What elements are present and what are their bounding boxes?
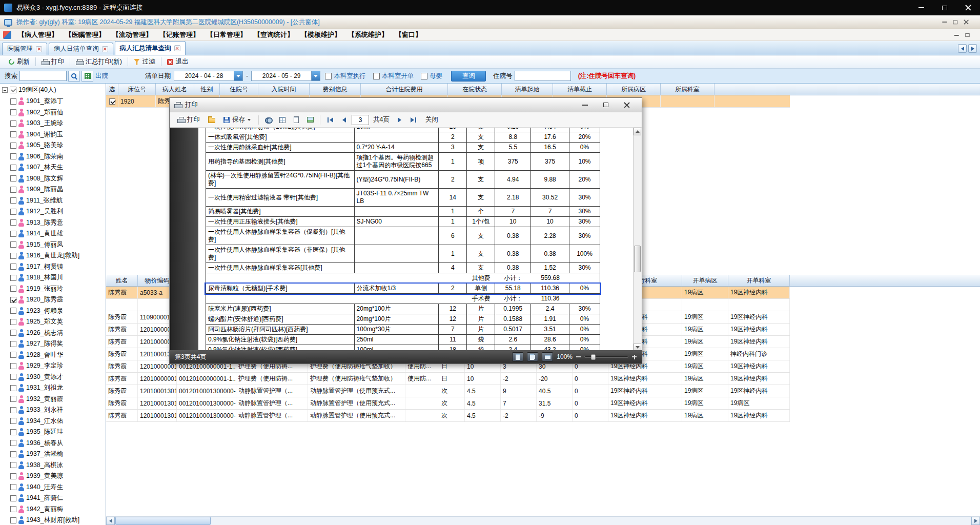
dialog-print-button[interactable]: 打印	[173, 114, 204, 126]
patient-checkbox[interactable]	[10, 418, 16, 424]
scrollbar-thumb[interactable]	[634, 246, 641, 272]
find-button[interactable]	[262, 114, 275, 126]
scroll-left-button[interactable]	[106, 517, 115, 525]
patient-checkbox[interactable]	[10, 275, 16, 281]
menu-item[interactable]: 【记账管理】	[156, 30, 203, 39]
tab-scroll-right-button[interactable]	[968, 44, 977, 53]
patient-checkbox[interactable]	[10, 363, 16, 369]
menu-item[interactable]: 【模板维护】	[297, 30, 344, 39]
thumbnails-button[interactable]	[276, 114, 289, 126]
patient-checkbox[interactable]	[10, 109, 16, 115]
tree-item[interactable]: 1928_曾叶华	[0, 350, 106, 361]
tree-item[interactable]: 1931_刘祖龙	[0, 382, 106, 394]
tree-item[interactable]: 1926_杨志清	[0, 328, 106, 339]
menu-item[interactable]: 【查询统计】	[250, 30, 297, 39]
tree-item[interactable]: 1927_陈得奖	[0, 338, 106, 350]
tree-item[interactable]: 1914_黄世雄	[0, 228, 106, 239]
save-button[interactable]: 保存	[219, 114, 255, 126]
tree-item[interactable]: 1934_江水佑	[0, 416, 106, 427]
patient-checkbox[interactable]	[10, 143, 16, 149]
detail-row[interactable]: 陈秀霞120100013010012010001300000-1...动静脉置管…	[106, 410, 790, 422]
tree-item[interactable]: 1912_吴胜利	[0, 206, 106, 217]
zoom-slider-thumb[interactable]	[591, 354, 596, 360]
restore-icon[interactable]	[966, 33, 970, 36]
scroll-right-button[interactable]	[971, 517, 980, 525]
tree-item[interactable]: 1918_林国川	[0, 272, 106, 284]
tree-item[interactable]: 1905_骆美珍	[0, 140, 106, 151]
open-file-button[interactable]	[206, 114, 218, 126]
tree-item[interactable]: 1915_傅丽凤	[0, 239, 106, 251]
query-button[interactable]: 查询	[451, 71, 486, 82]
patient-checkbox[interactable]	[10, 330, 16, 336]
row-checkbox[interactable]	[109, 98, 115, 105]
tree-item[interactable]: 1938_高棋泳	[0, 460, 106, 471]
search-button[interactable]	[68, 71, 80, 82]
patient-checkbox[interactable]	[10, 429, 16, 435]
patient-checkbox[interactable]	[10, 286, 16, 292]
action-button-2[interactable]: 打印	[37, 56, 69, 67]
action-button-4[interactable]: 过滤	[129, 56, 160, 67]
checkbox-mother-baby[interactable]: 母婴	[421, 72, 442, 80]
patient-checkbox[interactable]	[10, 175, 16, 181]
dropdown-button[interactable]	[234, 71, 242, 80]
patient-checkbox[interactable]	[10, 264, 16, 270]
remote-maximize-button[interactable]	[933, 0, 956, 15]
tree-item[interactable]: 1925_郑文英	[0, 316, 106, 328]
tree-item[interactable]: 1935_陈廷珪	[0, 427, 106, 438]
horizontal-scrollbar[interactable]	[106, 516, 980, 525]
tree-item[interactable]: 1943_林财府[救助]	[0, 515, 106, 525]
detail-row[interactable]: 陈秀霞120100013010012010001300000-1...动静脉置管…	[106, 397, 790, 410]
maximize-icon[interactable]	[603, 103, 608, 107]
tree-item[interactable]: 1908_陈文辉	[0, 173, 106, 185]
tree-item[interactable]: 1903_王婉珍	[0, 118, 106, 129]
multi-page-view-button[interactable]	[527, 352, 538, 361]
patient-checkbox[interactable]	[10, 153, 16, 159]
admission-no-input[interactable]	[515, 71, 571, 81]
date-from-select[interactable]: 2024 - 04 - 28	[174, 71, 243, 81]
patient-checkbox[interactable]	[10, 517, 16, 523]
remote-titlebar[interactable]: 易联众3 - xygj.fyey.cn:8389 - 远程桌面连接	[0, 0, 980, 15]
patient-checkbox[interactable]	[10, 131, 16, 137]
patient-checkbox[interactable]	[10, 396, 16, 402]
single-page-view-button[interactable]	[512, 352, 523, 361]
patient-checkbox[interactable]	[10, 407, 16, 413]
scrollbar-thumb[interactable]	[115, 517, 211, 525]
tree-item[interactable]: 1941_薛骑仁	[0, 493, 106, 504]
patient-checkbox[interactable]	[10, 253, 16, 259]
tree-item[interactable]: 1929_李定珍	[0, 360, 106, 372]
patient-checkbox[interactable]	[10, 341, 16, 347]
tree-item[interactable]: 1923_何赖泉	[0, 306, 106, 317]
close-icon[interactable]	[624, 102, 630, 108]
menu-item[interactable]: 【日常管理】	[203, 30, 250, 39]
tab-close-icon[interactable]	[36, 46, 42, 52]
remote-close-button[interactable]	[956, 0, 980, 15]
discharge-label[interactable]: 出院	[95, 72, 108, 80]
tab-2[interactable]: 病人日清单查询	[49, 43, 113, 55]
tab-close-icon[interactable]	[102, 46, 108, 52]
patient-checkbox[interactable]	[10, 473, 16, 479]
tab-1[interactable]: 医嘱管理	[2, 43, 47, 55]
first-page-button[interactable]	[324, 114, 336, 126]
patient-checkbox[interactable]	[10, 297, 16, 303]
menu-item[interactable]: 【系统维护】	[344, 30, 392, 39]
zoom-in-button[interactable]	[632, 355, 637, 359]
action-button-3[interactable]: 汇总打印(新)	[71, 56, 127, 67]
tree-item[interactable]: 1940_汪寿生	[0, 482, 106, 493]
tree-item[interactable]: 1901_蔡添丁	[0, 96, 106, 107]
tree-item[interactable]: 1906_陈荣南	[0, 151, 106, 163]
dialog-close-button[interactable]: 关闭	[421, 114, 442, 126]
tree-item[interactable]: 1909_陈丽晶	[0, 184, 106, 195]
minimize-icon[interactable]	[582, 105, 588, 106]
patient-checkbox[interactable]	[10, 352, 16, 358]
zoom-slider[interactable]	[584, 356, 628, 358]
zoom-out-button[interactable]	[576, 356, 581, 357]
tree-item[interactable]: 1937_洪淞榆	[0, 449, 106, 460]
detail-row[interactable]: 陈秀霞1201000000100120100000001-1...护理费（使用防…	[106, 373, 790, 385]
collapse-icon[interactable]	[2, 87, 8, 93]
minimize-icon[interactable]	[942, 22, 947, 23]
patient-checkbox[interactable]	[10, 241, 16, 248]
preview-vertical-scrollbar[interactable]	[633, 128, 641, 351]
patient-checkbox[interactable]	[10, 462, 16, 468]
discharge-list-button[interactable]	[81, 71, 93, 82]
patient-checkbox[interactable]	[10, 219, 16, 226]
